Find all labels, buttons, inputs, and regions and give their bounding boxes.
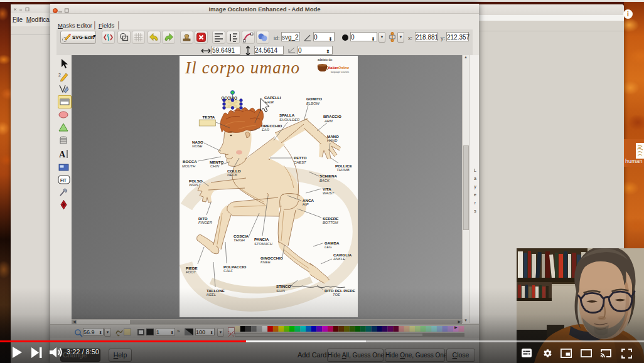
svg-text:adattato da:: adattato da:	[318, 58, 333, 61]
svg-text:GINOCCHIO: GINOCCHIO	[260, 256, 283, 260]
svg-text:COLLO: COLLO	[227, 169, 241, 173]
svg-text:MANO: MANO	[327, 134, 339, 139]
svg-text:FIT: FIT	[60, 178, 67, 182]
svg-text:BACK: BACK	[319, 179, 330, 182]
svg-text:ELBOW: ELBOW	[306, 102, 319, 105]
svg-text:THIGH: THIGH	[233, 238, 245, 242]
svg-text:BRACCIO: BRACCIO	[323, 114, 341, 118]
svg-text:STINCO: STINCO	[276, 284, 291, 288]
svg-text:BOTTOM: BOTTOM	[323, 221, 338, 224]
svg-text:MOUTH: MOUTH	[182, 164, 196, 168]
svg-text:language Courses: language Courses	[331, 71, 349, 73]
svg-text:CAVIGLIA: CAVIGLIA	[333, 253, 352, 257]
svg-text:LEG: LEG	[325, 245, 332, 249]
svg-text:Il corpo umano: Il corpo umano	[185, 58, 300, 77]
svg-text:DITO: DITO	[198, 216, 208, 221]
svg-text:ARM: ARM	[324, 119, 333, 123]
svg-text:2: 2	[58, 73, 61, 77]
svg-text:HAND: HAND	[327, 139, 337, 142]
svg-text:NOSE: NOSE	[192, 144, 203, 148]
svg-text:SPALLA: SPALLA	[279, 113, 295, 117]
svg-text:WAIST: WAIST	[323, 191, 335, 195]
svg-text:NECK: NECK	[227, 173, 238, 177]
svg-text:NASO: NASO	[192, 140, 203, 144]
svg-text:SCHIENA: SCHIENA	[319, 174, 337, 178]
svg-text:ANCA: ANCA	[303, 198, 314, 203]
svg-text:CHEST: CHEST	[294, 160, 306, 164]
svg-text:WRIST: WRIST	[189, 183, 201, 187]
svg-text:HIP: HIP	[303, 203, 309, 206]
svg-text:SHIN: SHIN	[276, 289, 286, 293]
svg-text:THUMB: THUMB	[336, 168, 350, 172]
svg-text:VITA: VITA	[323, 187, 331, 191]
svg-text:A: A	[59, 150, 66, 159]
svg-text:ANKLE: ANKLE	[333, 257, 345, 261]
svg-text:CHIN: CHIN	[210, 164, 220, 168]
svg-text:BOCCA: BOCCA	[183, 159, 197, 164]
svg-text:TALLONE: TALLONE	[207, 288, 225, 293]
svg-text:PIEDE: PIEDE	[186, 266, 198, 270]
svg-text:GAMBA: GAMBA	[325, 241, 340, 245]
svg-text:CALF: CALF	[223, 269, 233, 273]
svg-text:HEEL: HEEL	[207, 293, 216, 297]
svg-text:GOMITO: GOMITO	[306, 97, 322, 101]
svg-text:COSCIA: COSCIA	[233, 234, 249, 238]
svg-text:FOOT: FOOT	[186, 270, 196, 274]
svg-text:FINGER: FINGER	[198, 221, 213, 224]
svg-text:STOMACH: STOMACH	[254, 242, 273, 246]
svg-text:SHOULDER: SHOULDER	[279, 118, 300, 122]
svg-text:CAPELLI: CAPELLI	[264, 95, 281, 100]
svg-text:MENTO: MENTO	[210, 160, 223, 164]
svg-text:POLSO: POLSO	[189, 179, 203, 183]
svg-text:ORECCHIO: ORECCHIO	[261, 124, 282, 128]
svg-text:TOE: TOE	[333, 293, 340, 297]
svg-text:PANCIA: PANCIA	[254, 237, 269, 241]
svg-text:PETTO: PETTO	[294, 155, 307, 160]
svg-text:HAIR: HAIR	[265, 100, 274, 104]
svg-text:SEDERE: SEDERE	[323, 216, 338, 221]
svg-text:POLPACCIO: POLPACCIO	[223, 265, 247, 269]
svg-text:ItalianOnline: ItalianOnline	[328, 66, 349, 70]
svg-text:KNEE: KNEE	[260, 260, 271, 264]
svg-text:TESTA: TESTA	[203, 115, 215, 119]
svg-text:DITO DEL PIEDE: DITO DEL PIEDE	[325, 288, 355, 293]
svg-text:EAR: EAR	[262, 128, 270, 132]
svg-text:POLLICE: POLLICE	[335, 164, 352, 168]
